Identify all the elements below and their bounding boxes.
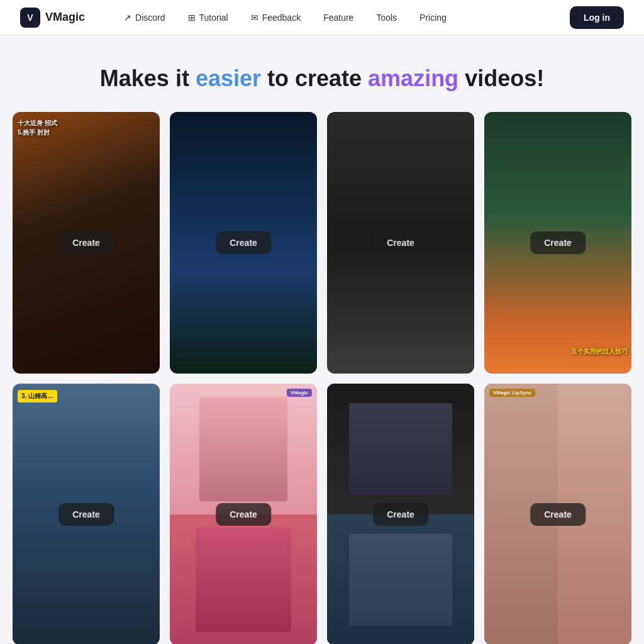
create-button-2[interactable]: Create (216, 231, 271, 254)
brand-logo[interactable]: V VMagic (20, 8, 85, 28)
card1-text: 十大近身 招式5.挑手 肘肘 (18, 118, 57, 137)
video-card-2[interactable]: Create (170, 112, 317, 374)
card6-watermark: VMagic (287, 389, 312, 397)
headline-accent1: easier (196, 65, 261, 91)
video-grid-row2: 3. 山姆高… Create VMagic Create (13, 384, 631, 644)
card8-watermark: VMagic LipSync (489, 389, 535, 397)
card7-bottom (327, 514, 474, 644)
headline-mid: to create (261, 65, 368, 91)
external-link-icon: ↗ (124, 13, 131, 23)
nav-feedback-label: Feedback (262, 13, 301, 23)
create-button-4[interactable]: Create (530, 231, 586, 254)
nav-feature-label: Feature (323, 13, 353, 23)
nav-tools[interactable]: Tools (367, 8, 406, 28)
nav-links: ↗ Discord ⊞ Tutorial ✉ Feedback Feature … (115, 8, 570, 28)
nav-right: Log in (570, 6, 624, 29)
video-card-7[interactable]: Create (327, 384, 474, 644)
logo-icon: V (20, 8, 40, 28)
nav-discord-label: Discord (135, 13, 165, 23)
video-grid-section: 十大近身 招式5.挑手 肘肘 Create Create Create 五个实用… (0, 112, 644, 644)
headline-post: videos! (458, 65, 544, 91)
brand-name: VMagic (45, 11, 85, 24)
nav-tools-label: Tools (376, 13, 397, 23)
mail-icon: ✉ (251, 13, 258, 23)
login-button[interactable]: Log in (570, 6, 624, 29)
hero-section: Makes it easier to create amazing videos… (0, 35, 644, 112)
collage-top (170, 384, 317, 514)
card4-cn-text: 五个实用的过人技巧 (571, 347, 628, 356)
nav-discord[interactable]: ↗ Discord (115, 8, 174, 28)
nav-tutorial[interactable]: ⊞ Tutorial (179, 8, 237, 28)
card5-cn-text: 3. 山姆高… (18, 390, 57, 402)
video-grid-row1: 十大近身 招式5.挑手 肘肘 Create Create Create 五个实用… (13, 112, 631, 374)
nav-pricing[interactable]: Pricing (411, 8, 455, 28)
create-button-7[interactable]: Create (373, 503, 428, 526)
nav-feature[interactable]: Feature (314, 8, 362, 28)
create-button-3[interactable]: Create (373, 231, 428, 254)
logo-char: V (27, 13, 33, 23)
video-card-6[interactable]: VMagic Create (170, 384, 317, 644)
video-card-4[interactable]: 五个实用的过人技巧 Create (484, 112, 631, 374)
navigation: V VMagic ↗ Discord ⊞ Tutorial ✉ Feedback… (0, 0, 644, 35)
video-card-5[interactable]: 3. 山姆高… Create (13, 384, 160, 644)
video-card-8[interactable]: VMagic LipSync Create (484, 384, 631, 644)
headline-pre: Makes it (100, 65, 196, 91)
create-button-1[interactable]: Create (58, 231, 114, 254)
nav-tutorial-label: Tutorial (199, 13, 228, 23)
create-button-5[interactable]: Create (58, 503, 114, 526)
video-card-3[interactable]: Create (327, 112, 474, 374)
hero-headline: Makes it easier to create amazing videos… (13, 65, 631, 92)
nav-pricing-label: Pricing (419, 13, 447, 23)
headline-accent2: amazing (368, 65, 458, 91)
video-card-1[interactable]: 十大近身 招式5.挑手 肘肘 Create (13, 112, 160, 374)
create-button-8[interactable]: Create (530, 503, 586, 526)
collage-bottom (170, 514, 317, 644)
create-button-6[interactable]: Create (216, 503, 271, 526)
play-icon: ⊞ (188, 13, 196, 23)
nav-feedback[interactable]: ✉ Feedback (242, 8, 309, 28)
card7-top (327, 384, 474, 514)
